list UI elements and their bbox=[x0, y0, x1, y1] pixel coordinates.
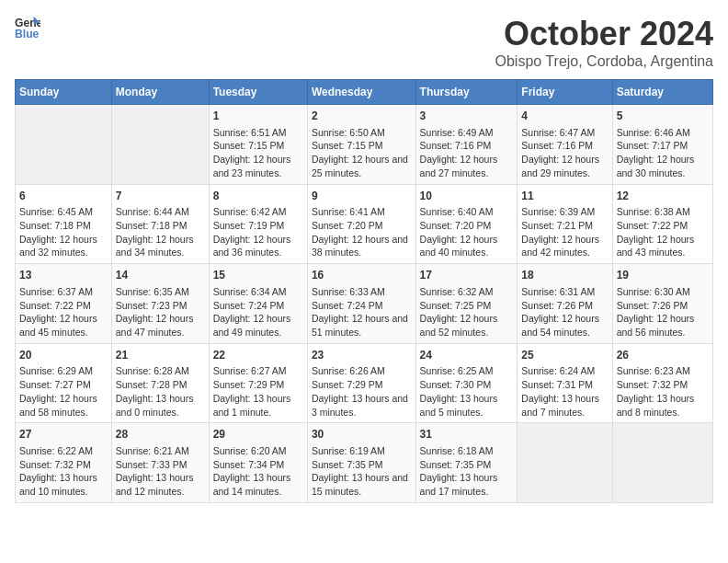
sunset-text: Sunset: 7:21 PM bbox=[521, 220, 593, 231]
calendar-cell: 20Sunrise: 6:29 AMSunset: 7:27 PMDayligh… bbox=[16, 343, 112, 423]
sunrise-text: Sunrise: 6:22 AM bbox=[19, 445, 93, 456]
calendar-cell: 12Sunrise: 6:38 AMSunset: 7:22 PMDayligh… bbox=[612, 184, 712, 264]
col-saturday: Saturday bbox=[612, 80, 712, 105]
day-number: 17 bbox=[420, 268, 514, 283]
calendar-cell: 22Sunrise: 6:27 AMSunset: 7:29 PMDayligh… bbox=[209, 343, 307, 423]
sunrise-text: Sunrise: 6:41 AM bbox=[312, 206, 385, 217]
day-number: 30 bbox=[312, 427, 412, 442]
daylight-text: Daylight: 13 hours and 0 minutes. bbox=[116, 393, 194, 418]
col-tuesday: Tuesday bbox=[209, 80, 307, 105]
daylight-text: Daylight: 12 hours and 40 minutes. bbox=[420, 234, 498, 259]
day-number: 26 bbox=[617, 348, 709, 363]
calendar-week-row: 1Sunrise: 6:51 AMSunset: 7:15 PMDaylight… bbox=[16, 105, 713, 185]
calendar-cell: 17Sunrise: 6:32 AMSunset: 7:25 PMDayligh… bbox=[415, 264, 518, 344]
sunset-text: Sunset: 7:15 PM bbox=[312, 140, 383, 151]
sunrise-text: Sunrise: 6:42 AM bbox=[213, 206, 287, 217]
sunset-text: Sunset: 7:25 PM bbox=[420, 300, 492, 311]
sunset-text: Sunset: 7:29 PM bbox=[312, 379, 383, 390]
sunset-text: Sunset: 7:19 PM bbox=[213, 220, 285, 231]
calendar-cell: 15Sunrise: 6:34 AMSunset: 7:24 PMDayligh… bbox=[209, 264, 307, 344]
daylight-text: Daylight: 13 hours and 14 minutes. bbox=[213, 472, 291, 497]
col-thursday: Thursday bbox=[415, 80, 518, 105]
calendar-cell bbox=[612, 423, 712, 503]
daylight-text: Daylight: 13 hours and 10 minutes. bbox=[19, 472, 97, 497]
calendar-cell: 26Sunrise: 6:23 AMSunset: 7:32 PMDayligh… bbox=[612, 343, 712, 423]
sunset-text: Sunset: 7:16 PM bbox=[420, 140, 492, 151]
daylight-text: Daylight: 12 hours and 34 minutes. bbox=[116, 234, 194, 259]
col-wednesday: Wednesday bbox=[307, 80, 415, 105]
daylight-text: Daylight: 12 hours and 32 minutes. bbox=[19, 234, 97, 259]
sunset-text: Sunset: 7:20 PM bbox=[312, 220, 383, 231]
sunset-text: Sunset: 7:18 PM bbox=[116, 220, 188, 231]
sunset-text: Sunset: 7:35 PM bbox=[420, 459, 492, 470]
calendar-cell: 18Sunrise: 6:31 AMSunset: 7:26 PMDayligh… bbox=[518, 264, 612, 344]
sunset-text: Sunset: 7:35 PM bbox=[312, 459, 383, 470]
sunrise-text: Sunrise: 6:21 AM bbox=[116, 445, 189, 456]
calendar-week-row: 6Sunrise: 6:45 AMSunset: 7:18 PMDaylight… bbox=[16, 184, 713, 264]
daylight-text: Daylight: 12 hours and 23 minutes. bbox=[213, 154, 291, 178]
day-number: 18 bbox=[521, 268, 608, 283]
calendar-cell: 23Sunrise: 6:26 AMSunset: 7:29 PMDayligh… bbox=[307, 343, 415, 423]
day-number: 5 bbox=[617, 109, 709, 124]
sunrise-text: Sunrise: 6:46 AM bbox=[617, 127, 690, 138]
day-number: 25 bbox=[521, 348, 608, 363]
sunset-text: Sunset: 7:18 PM bbox=[19, 220, 91, 231]
day-number: 16 bbox=[312, 268, 412, 283]
subtitle: Obispo Trejo, Cordoba, Argentina bbox=[495, 53, 713, 70]
sunset-text: Sunset: 7:20 PM bbox=[420, 220, 492, 231]
day-number: 24 bbox=[420, 348, 514, 363]
day-number: 10 bbox=[420, 189, 514, 204]
daylight-text: Daylight: 12 hours and 27 minutes. bbox=[420, 154, 498, 178]
sunrise-text: Sunrise: 6:37 AM bbox=[19, 286, 93, 297]
daylight-text: Daylight: 13 hours and 8 minutes. bbox=[617, 393, 695, 418]
sunrise-text: Sunrise: 6:18 AM bbox=[420, 445, 494, 456]
daylight-text: Daylight: 12 hours and 56 minutes. bbox=[617, 313, 695, 338]
daylight-text: Daylight: 12 hours and 47 minutes. bbox=[116, 313, 194, 338]
day-number: 12 bbox=[617, 189, 709, 204]
logo: General Blue bbox=[15, 15, 40, 40]
sunset-text: Sunset: 7:22 PM bbox=[617, 220, 688, 231]
sunrise-text: Sunrise: 6:24 AM bbox=[521, 365, 595, 376]
daylight-text: Daylight: 13 hours and 12 minutes. bbox=[116, 472, 194, 497]
daylight-text: Daylight: 13 hours and 5 minutes. bbox=[420, 393, 498, 418]
daylight-text: Daylight: 12 hours and 42 minutes. bbox=[521, 234, 599, 259]
calendar-cell: 9Sunrise: 6:41 AMSunset: 7:20 PMDaylight… bbox=[307, 184, 415, 264]
day-number: 7 bbox=[116, 189, 205, 204]
title-section: October 2024 Obispo Trejo, Cordoba, Arge… bbox=[495, 15, 713, 70]
day-number: 14 bbox=[116, 268, 205, 283]
day-number: 13 bbox=[19, 268, 108, 283]
day-number: 4 bbox=[521, 109, 608, 124]
sunrise-text: Sunrise: 6:35 AM bbox=[116, 286, 189, 297]
calendar-cell bbox=[16, 105, 112, 185]
sunset-text: Sunset: 7:32 PM bbox=[19, 459, 91, 470]
sunset-text: Sunset: 7:29 PM bbox=[213, 379, 285, 390]
daylight-text: Daylight: 12 hours and 45 minutes. bbox=[19, 313, 97, 338]
sunrise-text: Sunrise: 6:40 AM bbox=[420, 206, 494, 217]
daylight-text: Daylight: 12 hours and 29 minutes. bbox=[521, 154, 599, 178]
sunrise-text: Sunrise: 6:51 AM bbox=[213, 127, 287, 138]
sunset-text: Sunset: 7:24 PM bbox=[213, 300, 285, 311]
col-sunday: Sunday bbox=[16, 80, 112, 105]
day-number: 27 bbox=[19, 427, 108, 442]
sunset-text: Sunset: 7:16 PM bbox=[521, 140, 593, 151]
calendar-cell: 16Sunrise: 6:33 AMSunset: 7:24 PMDayligh… bbox=[307, 264, 415, 344]
calendar-cell: 8Sunrise: 6:42 AMSunset: 7:19 PMDaylight… bbox=[209, 184, 307, 264]
sunset-text: Sunset: 7:23 PM bbox=[116, 300, 188, 311]
daylight-text: Daylight: 12 hours and 51 minutes. bbox=[312, 313, 408, 338]
calendar-cell: 7Sunrise: 6:44 AMSunset: 7:18 PMDaylight… bbox=[111, 184, 209, 264]
calendar-cell: 13Sunrise: 6:37 AMSunset: 7:22 PMDayligh… bbox=[16, 264, 112, 344]
calendar-cell: 29Sunrise: 6:20 AMSunset: 7:34 PMDayligh… bbox=[209, 423, 307, 503]
calendar-cell: 14Sunrise: 6:35 AMSunset: 7:23 PMDayligh… bbox=[111, 264, 209, 344]
sunrise-text: Sunrise: 6:47 AM bbox=[521, 127, 595, 138]
calendar-cell bbox=[518, 423, 612, 503]
day-number: 23 bbox=[312, 348, 412, 363]
sunset-text: Sunset: 7:30 PM bbox=[420, 379, 492, 390]
day-number: 22 bbox=[213, 348, 303, 363]
sunset-text: Sunset: 7:26 PM bbox=[617, 300, 688, 311]
daylight-text: Daylight: 13 hours and 7 minutes. bbox=[521, 393, 599, 418]
calendar-cell: 1Sunrise: 6:51 AMSunset: 7:15 PMDaylight… bbox=[209, 105, 307, 185]
calendar-cell: 10Sunrise: 6:40 AMSunset: 7:20 PMDayligh… bbox=[415, 184, 518, 264]
sunset-text: Sunset: 7:31 PM bbox=[521, 379, 593, 390]
sunrise-text: Sunrise: 6:30 AM bbox=[617, 286, 690, 297]
calendar-cell: 25Sunrise: 6:24 AMSunset: 7:31 PMDayligh… bbox=[518, 343, 612, 423]
